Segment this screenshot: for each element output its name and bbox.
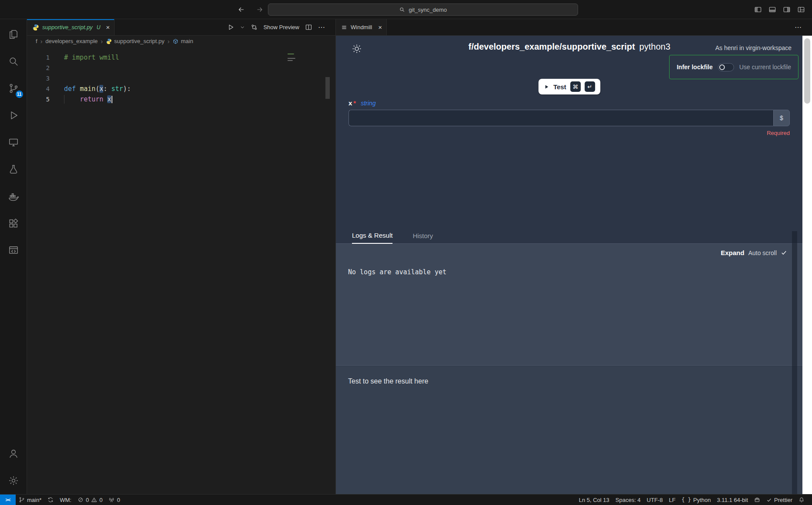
required-message: Required xyxy=(767,130,790,136)
remote-indicator[interactable]: >< xyxy=(0,495,16,505)
ports-item[interactable]: 0 xyxy=(105,495,123,505)
argument-input-row: $ xyxy=(348,110,790,126)
interpreter-item[interactable]: 3.11.1 64-bit xyxy=(714,495,751,505)
code-token: : xyxy=(103,85,111,93)
accounts-icon[interactable] xyxy=(0,440,27,467)
tab-history[interactable]: History xyxy=(413,232,433,243)
toggle-sidebar-left-icon[interactable] xyxy=(754,6,762,13)
result-hint: Test to see the result here xyxy=(348,377,791,385)
preview-window-icon[interactable] xyxy=(0,237,27,264)
code-token: def xyxy=(64,85,76,93)
variable-picker-button[interactable]: $ xyxy=(773,110,790,126)
problems-item[interactable]: 0 0 xyxy=(74,495,105,505)
lockfile-options-box: Infer lockfile Use current lockfile xyxy=(669,55,798,79)
code-line-active[interactable]: 5 return x xyxy=(27,94,335,104)
run-script-icon[interactable] xyxy=(227,24,234,31)
eol-item[interactable]: LF xyxy=(666,495,678,505)
check-icon xyxy=(766,497,772,503)
windmill-tab-bar: Windmill × ⋯ xyxy=(336,19,812,36)
webview-scrollbar-thumb[interactable] xyxy=(804,38,810,104)
more-actions-icon[interactable]: ⋯ xyxy=(795,23,802,31)
tab-close-icon[interactable]: × xyxy=(378,24,382,30)
code-token: # import wmill xyxy=(64,54,119,61)
line-number: 2 xyxy=(27,63,50,73)
container-status-item[interactable] xyxy=(751,495,763,505)
text-cursor xyxy=(112,96,112,103)
breadcrumb-file-label: supportive_script.py xyxy=(114,38,165,44)
forward-icon[interactable] xyxy=(256,6,264,13)
git-branch-item[interactable]: main* xyxy=(16,495,44,505)
breadcrumb-file[interactable]: supportive_script.py xyxy=(106,38,165,44)
ports-count: 0 xyxy=(117,497,120,503)
docker-icon[interactable] xyxy=(0,183,27,210)
toggle-panel-icon[interactable] xyxy=(768,6,776,13)
notifications-item[interactable] xyxy=(795,495,808,505)
auto-scroll-label[interactable]: Auto scroll xyxy=(748,249,777,256)
warning-icon xyxy=(91,497,97,503)
settings-gear-icon[interactable] xyxy=(0,467,27,494)
code-line[interactable]: 3 xyxy=(27,73,335,84)
expand-button[interactable]: Expand xyxy=(721,249,744,256)
code-editor[interactable]: 1 # import wmill 2 3 4 def main(x: str):… xyxy=(27,47,335,494)
command-center-search[interactable]: git_sync_demo xyxy=(268,3,578,16)
logs-panel: Expand Auto scroll No logs are available… xyxy=(336,244,803,366)
windmill-content: f/developers_example/supportive_scriptpy… xyxy=(336,36,803,494)
minimap[interactable] xyxy=(288,54,296,61)
breadcrumb-folder[interactable]: developers_example xyxy=(45,38,98,44)
breadcrumb-symbol[interactable]: main xyxy=(173,38,193,44)
check-icon[interactable] xyxy=(781,249,787,256)
lockfile-toggle[interactable] xyxy=(718,63,734,71)
editor-scrollbar-thumb[interactable] xyxy=(325,77,330,99)
remote-explorer-icon[interactable] xyxy=(0,129,27,156)
toggle-sidebar-right-icon[interactable] xyxy=(783,6,791,13)
cursor-position-item[interactable]: Ln 5, Col 13 xyxy=(576,495,612,505)
line-number: 3 xyxy=(27,73,50,84)
test-button[interactable]: Test ⌘ ↵ xyxy=(538,79,600,94)
tab-supportive-script[interactable]: supportive_script.py U × xyxy=(27,19,115,35)
tab-logs-result[interactable]: Logs & Result xyxy=(352,232,392,244)
run-dropdown-chevron-icon[interactable] xyxy=(240,25,245,30)
back-icon[interactable] xyxy=(237,6,245,13)
tab-close-icon[interactable]: × xyxy=(106,24,110,30)
sync-item[interactable] xyxy=(44,495,57,505)
windmill-status-item[interactable]: WM: xyxy=(57,495,74,505)
explorer-icon[interactable] xyxy=(0,21,27,48)
encoding-item[interactable]: UTF-8 xyxy=(644,495,666,505)
script-language: python3 xyxy=(639,42,670,51)
minimap-mark xyxy=(288,60,293,61)
branch-icon xyxy=(19,497,25,503)
search-sidebar-icon[interactable] xyxy=(0,48,27,75)
windmill-webview: f/developers_example/supportive_scriptpy… xyxy=(336,36,812,494)
arg-x-input[interactable] xyxy=(348,110,773,126)
history-nav xyxy=(237,0,264,19)
layout-controls xyxy=(754,0,805,19)
line-number: 5 xyxy=(27,94,50,104)
panel-scrollbar[interactable] xyxy=(792,231,797,494)
eol: LF xyxy=(669,497,675,503)
code-token-highlighted: x xyxy=(107,95,111,103)
run-debug-icon[interactable] xyxy=(0,102,27,129)
status-bar: >< main* WM: 0 0 0 Ln 5, xyxy=(0,494,812,505)
breadcrumb-root[interactable]: f xyxy=(36,38,37,44)
use-current-lockfile-label: Use current lockfile xyxy=(739,64,791,71)
extensions-icon[interactable] xyxy=(0,210,27,237)
code-line[interactable]: 2 xyxy=(27,63,335,73)
formatter-item[interactable]: Prettier xyxy=(763,495,795,505)
code-line[interactable]: 4 def main(x: str): xyxy=(27,84,335,94)
container-icon xyxy=(754,497,760,503)
indentation-item[interactable]: Spaces: 4 xyxy=(612,495,644,505)
result-panel: Test to see the result here xyxy=(336,366,803,494)
workspace-name: git_sync_demo xyxy=(409,7,447,13)
show-preview-button[interactable]: Show Preview xyxy=(264,24,299,30)
status-left: main* WM: 0 0 0 xyxy=(16,495,123,505)
customize-layout-icon[interactable] xyxy=(797,6,805,13)
testing-beaker-icon[interactable] xyxy=(0,156,27,183)
language-mode-item[interactable]: { } Python xyxy=(679,495,714,505)
error-icon xyxy=(78,497,84,503)
more-actions-icon[interactable]: ⋯ xyxy=(318,23,325,31)
open-changes-icon[interactable] xyxy=(250,24,258,31)
split-editor-icon[interactable] xyxy=(305,24,312,31)
tab-windmill[interactable]: Windmill × xyxy=(336,19,387,35)
argument-name: x xyxy=(348,99,352,107)
source-control-icon[interactable]: 11 xyxy=(0,75,27,102)
